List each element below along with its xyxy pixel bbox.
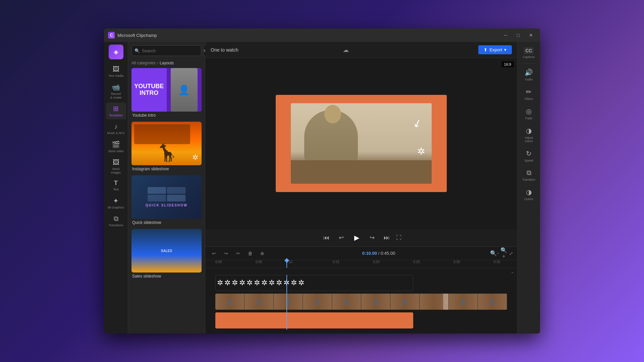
main-content: ◈ 🖼 Your media 📹 Record& create ⊞ Templa… [104,42,540,334]
filters-button[interactable]: ✏ Filters [520,85,538,103]
app-icon: C [108,32,115,39]
breadcrumb-parent[interactable]: All categories [131,61,156,65]
sidebar-item-graphics[interactable]: ✦ 88 Graphics [106,195,126,212]
quick-slideshow-label: Quick slideshow [131,220,202,225]
asterisk-7: ✲ [261,279,267,287]
template-card-sales-slideshow[interactable]: SALES Sales slideshow [131,229,202,279]
speed-icon: ↻ [526,149,532,158]
cut-button[interactable]: ✂ [233,249,243,258]
sidebar-item-stock-images[interactable]: 🖼 Stock images [106,157,126,177]
sidebar-item-transitions[interactable]: ⧉ Transitions [106,213,126,229]
audio-button[interactable]: 🔊 Audio [520,66,538,84]
template-card-instagram[interactable]: 🦒 ✲ Instagram slideshow [131,122,202,171]
templates-panel: 🔍 ≡ All categories › Layouts YOUTUBEINTR… [128,42,205,334]
zoom-out-button[interactable]: 🔍- [490,249,498,257]
timeline-tracks: ✲ ✲ ✲ ✲ ✲ ✲ ✲ ✲ ✲ ✲ ✲ ✲ [205,275,517,330]
video-segment-1: 👤 [215,294,245,310]
speed-button[interactable]: ↻ Speed [520,147,538,165]
video-segment-9: 👤 [449,294,478,310]
transition-button[interactable]: ⧉ Transition [520,166,538,184]
adjust-colors-button[interactable]: ◑ Adjust colors [520,124,538,145]
your-media-icon: 🖼 [113,65,119,73]
asterisk-overlay: ✲ [192,153,198,162]
captions-button[interactable]: CC Captions [520,45,538,61]
sidebar-item-record-create[interactable]: 📹 Record& create [106,81,126,102]
sidebar-item-text[interactable]: T Text [106,178,126,193]
skip-back-button[interactable]: ⏮ [321,232,332,243]
fullscreen-button[interactable]: ⛶ [396,235,401,241]
video-segment-5: 👤 [332,294,361,310]
filters-label: Filters [525,97,533,101]
orange-block-track[interactable] [215,312,413,328]
undo-button[interactable]: ↩ [209,249,219,258]
adjust-colors-icon: ◑ [526,127,532,135]
cloud-save-icon[interactable]: ☁ [343,46,349,54]
qs-title: QUICK SLIDESHOW [146,203,188,207]
app-title: Microsoft Clipchamp [117,33,500,38]
yt-right: 👤 [167,68,202,112]
sidebar-item-templates[interactable]: ⊞ Templates [106,103,126,119]
search-input-wrap[interactable]: 🔍 [131,45,201,56]
rewind-button[interactable]: ↩ [336,232,346,243]
sidebar-item-music-sfx[interactable]: ♪ Music & SFX [106,121,126,137]
graphics-icon: ✦ [113,197,119,205]
maximize-button[interactable]: □ [513,32,523,39]
video-track[interactable]: 👤 👤 👤 👤 👤 👤 👤 ⋮ 👤 👤 [215,294,507,310]
record-create-icon: 📹 [112,83,120,91]
ruler-mark-1: 0:05 [256,260,262,264]
icon-sidebar: ◈ 🖼 Your media 📹 Record& create ⊞ Templa… [104,42,128,334]
table [291,160,432,184]
skip-forward-button[interactable]: ⏭ [381,232,392,243]
timeline-playhead[interactable] [286,260,287,268]
trim-handle[interactable]: ⋮ [443,294,448,310]
instagram-slideshow-label: Instagram slideshow [131,167,202,171]
sidebar-label-stock-video: Stock video [108,149,124,153]
play-button[interactable]: ▶ [351,232,363,244]
templates-icon: ⊞ [113,105,119,113]
ruler-mark-0: 0:00 [215,260,222,264]
forward-button[interactable]: ↪ [367,232,377,243]
copy-button[interactable]: ⊕ [258,249,267,258]
export-label: Export [489,47,502,52]
asterisk-10: ✲ [283,279,289,287]
zoom-in-button[interactable]: 🔍+ [500,249,508,257]
orange-track-row [215,312,517,330]
breadcrumb: All categories › Layouts [128,59,205,68]
search-icon: 🔍 [135,48,140,53]
window-controls: ─ □ ✕ [500,32,536,39]
asterisk-track[interactable]: ✲ ✲ ✲ ✲ ✲ ✲ ✲ ✲ ✲ ✲ ✲ ✲ [215,275,413,291]
minimize-button[interactable]: ─ [500,32,511,39]
asterisk-track-row: ✲ ✲ ✲ ✲ ✲ ✲ ✲ ✲ ✲ ✲ ✲ ✲ [215,275,517,292]
sidebar-label-text: Text [113,188,119,191]
breadcrumb-current: Layouts [160,61,174,65]
timeline-toolbar: ↩ ↪ ✂ 🗑 ⊕ 0:10.00 / 0:45.00 🔍- 🔍+ ⤢ [205,247,517,260]
search-input[interactable] [142,48,198,53]
fade-label: Fade [525,117,532,120]
sidebar-label-stock-images: Stock images [107,167,125,175]
sidebar-label-graphics: 88 Graphics [108,206,124,209]
redo-button[interactable]: ↪ [221,249,231,258]
instagram-thumb: 🦒 ✲ [131,122,202,165]
colors-button[interactable]: ◑ Colors [520,185,538,203]
sidebar-item-stock-video[interactable]: 🎬 Stock video [106,138,126,155]
video-segment-7: 👤 [390,294,420,310]
export-button[interactable]: ⬆ Export ▾ [478,45,512,54]
text-icon: T [114,180,118,187]
asterisk-6: ✲ [254,279,260,287]
delete-button[interactable]: 🗑 [246,249,255,258]
asterisk-11: ✲ [291,279,297,287]
asterisk-8: ✲ [269,279,275,287]
close-button[interactable]: ✕ [526,32,536,39]
sidebar-label-templates: Templates [109,114,123,117]
template-card-youtube-intro[interactable]: YOUTUBEINTRO 👤 Youtube intro [131,68,202,118]
captions-icon: CC [524,47,533,54]
asterisk-5: ✲ [247,279,253,287]
fade-button[interactable]: ◎ Fade [520,105,538,123]
sidebar-item-your-media[interactable]: 🖼 Your media [106,63,126,80]
video-segment-10: 👤 [478,294,507,310]
expand-timeline-button[interactable]: ⤢ [509,251,513,256]
center-top: One to watch ☁ ⬆ Export ▾ [205,42,517,58]
video-segment-8: ⋮ [420,294,449,310]
chevron-collapse-icon[interactable]: ⌄ [511,269,515,274]
template-card-quick-slideshow[interactable]: QUICK SLIDESHOW Quick slideshow [131,175,202,225]
